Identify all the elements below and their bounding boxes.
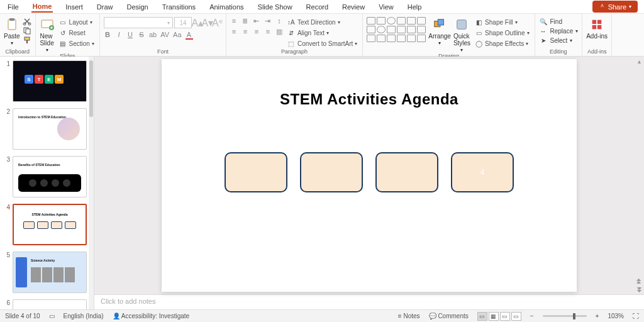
shape-fill-button[interactable]: ◧Shape Fill▾ — [473, 17, 530, 27]
agenda-box-3[interactable] — [375, 152, 438, 192]
paste-button[interactable]: Paste ▾ — [4, 17, 20, 46]
group-slides: New Slide ▾ ▭Layout▾ ↺Reset ▤Section▾ Sl… — [36, 14, 100, 56]
slide: STEM Activities Agenda 4 — [162, 59, 577, 292]
arrange-button[interactable]: Arrange▾ — [428, 17, 451, 46]
thumbnail-2[interactable]: 2 Introduction to STEM Education — [4, 108, 91, 150]
thumbnail-1[interactable]: 1 S T E M — [4, 60, 91, 102]
italic-button[interactable]: I — [115, 31, 123, 40]
ribbon: Paste ▾ Clipboard New Slide ▾ — [0, 14, 644, 57]
shape-gallery[interactable] — [367, 17, 426, 42]
strike-button[interactable]: S — [138, 31, 145, 40]
zoom-level[interactable]: 103% — [608, 313, 624, 319]
section-button[interactable]: ▤Section▾ — [57, 38, 96, 48]
group-label: Font — [104, 48, 222, 55]
share-button[interactable]: ＾ Share ▾ — [592, 1, 638, 13]
text-direction-button[interactable]: ↕AText Direction▾ — [286, 17, 358, 27]
svg-rect-16 — [597, 25, 601, 29]
prev-slide-icon[interactable]: ⯭ — [636, 278, 642, 285]
spellcheck-icon[interactable]: ▭ — [49, 313, 55, 319]
reset-button[interactable]: ↺Reset — [57, 28, 96, 38]
menu-record[interactable]: Record — [305, 2, 330, 12]
format-painter-icon[interactable] — [23, 36, 31, 45]
menu-transitions[interactable]: Transitions — [161, 2, 197, 12]
underline-button[interactable]: U — [126, 31, 134, 40]
agenda-box-1[interactable] — [225, 152, 287, 192]
canvas-scrollbar[interactable]: ▴ ⯭ ⯯ — [635, 58, 643, 293]
reading-view-icon[interactable]: ▭ — [500, 312, 510, 321]
clear-formatting-icon[interactable]: Aᵉ — [213, 18, 222, 27]
notes-pane[interactable]: Click to add notes — [94, 294, 644, 309]
normal-view-icon[interactable]: ▭ — [477, 312, 487, 321]
svg-rect-7 — [26, 40, 28, 43]
copy-icon[interactable] — [23, 26, 31, 35]
numbering-icon[interactable]: ≣ — [242, 17, 249, 25]
bold-button[interactable]: B — [104, 31, 111, 40]
language-label[interactable]: English (India) — [64, 313, 104, 319]
font-color-button[interactable]: A — [186, 31, 193, 40]
align-text-button[interactable]: ⇵Align Text▾ — [286, 28, 358, 38]
addins-button[interactable]: Add-ins — [586, 17, 608, 40]
shape-effects-button[interactable]: ◯Shape Effects▾ — [473, 38, 530, 48]
slide-canvas[interactable]: STEM Activities Agenda 4 ▴ ⯭ ⯯ — [94, 57, 644, 294]
notes-toggle[interactable]: ≡ Notes — [398, 313, 420, 319]
columns-icon[interactable]: ▥ — [275, 28, 283, 36]
menu-file[interactable]: File — [6, 2, 20, 12]
svg-rect-14 — [597, 20, 601, 24]
new-slide-button[interactable]: New Slide ▾ — [40, 17, 55, 53]
select-button[interactable]: ➤Select▾ — [539, 36, 579, 45]
indent-decrease-icon[interactable]: ⇤ — [253, 17, 260, 25]
fill-icon: ◧ — [474, 18, 483, 26]
chevron-down-icon: ▾ — [46, 47, 48, 53]
cut-icon[interactable] — [23, 17, 31, 26]
justify-icon[interactable]: ≡ — [264, 28, 272, 36]
thumbnail-3[interactable]: 3 Benefits of STEM Education — [4, 156, 91, 197]
shadow-button[interactable]: ab — [149, 31, 157, 40]
align-center-icon[interactable]: ≡ — [242, 28, 249, 36]
accessibility-label[interactable]: 👤 Accessibility: Investigate — [113, 313, 190, 319]
thumbnail-5[interactable]: 5 Science Activity — [4, 252, 91, 293]
zoom-slider[interactable] — [543, 315, 587, 317]
quick-styles-icon — [454, 17, 469, 32]
bullets-icon[interactable]: ≡ — [230, 17, 238, 25]
thumbnail-6[interactable]: 6 Technology Activity — [4, 299, 91, 309]
quick-styles-button[interactable]: Quick Styles▾ — [453, 17, 470, 53]
increase-font-icon[interactable]: A▴ — [193, 18, 202, 27]
slideshow-view-icon[interactable]: ▭ — [511, 312, 521, 321]
slide-title[interactable]: STEM Activities Agenda — [162, 91, 577, 108]
fit-to-window-icon[interactable]: ⛶ — [633, 313, 639, 319]
agenda-box-2[interactable] — [300, 152, 363, 192]
sorter-view-icon[interactable]: ▦ — [489, 312, 499, 321]
decrease-font-icon[interactable]: A▾ — [203, 18, 212, 27]
font-name-select[interactable]: ▾ — [104, 17, 173, 28]
scroll-up-icon[interactable]: ▴ — [638, 58, 641, 65]
menu-animations[interactable]: Animations — [208, 2, 245, 12]
align-right-icon[interactable]: ≡ — [253, 28, 260, 36]
menu-view[interactable]: View — [377, 2, 395, 12]
zoom-in-button[interactable]: + — [596, 313, 599, 319]
find-button[interactable]: 🔍Find — [539, 17, 579, 26]
menu-design[interactable]: Design — [125, 2, 149, 12]
menu-slideshow[interactable]: Slide Show — [257, 2, 294, 12]
next-slide-icon[interactable]: ⯯ — [636, 286, 642, 293]
menu-help[interactable]: Help — [406, 2, 423, 12]
menu-draw[interactable]: Draw — [96, 2, 114, 12]
convert-smartart-button[interactable]: ⬚Convert to SmartArt▾ — [286, 38, 358, 48]
menu-home[interactable]: Home — [31, 1, 53, 13]
align-left-icon[interactable]: ≡ — [230, 28, 238, 36]
share-label: Share — [608, 3, 626, 11]
shape-outline-button[interactable]: ▭Shape Outline▾ — [473, 28, 530, 38]
menu-insert[interactable]: Insert — [64, 2, 84, 12]
zoom-out-button[interactable]: − — [530, 313, 534, 319]
thumbnail-scrollbar[interactable] — [89, 57, 94, 309]
line-spacing-icon[interactable]: ↕ — [275, 17, 283, 25]
font-size-select[interactable]: 14 — [174, 17, 192, 28]
change-case-button[interactable]: Aa — [173, 31, 181, 40]
agenda-box-4[interactable]: 4 — [451, 152, 514, 192]
replace-button[interactable]: ↔Replace▾ — [539, 26, 579, 35]
indent-increase-icon[interactable]: ⇥ — [264, 17, 272, 25]
comments-toggle[interactable]: 💬 Comments — [429, 313, 469, 319]
menu-review[interactable]: Review — [341, 2, 366, 12]
char-spacing-button[interactable]: AV — [160, 31, 169, 40]
thumbnail-4[interactable]: 4 STEM Activities Agenda — [4, 204, 91, 245]
layout-button[interactable]: ▭Layout▾ — [57, 17, 96, 27]
